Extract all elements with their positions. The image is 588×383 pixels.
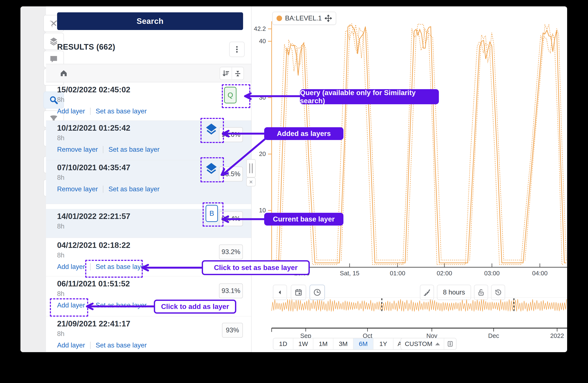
- move-icon[interactable]: [325, 15, 332, 22]
- add-layer-highlight-box: [50, 298, 88, 317]
- history-button[interactable]: [491, 285, 505, 300]
- link-divider: [103, 146, 103, 153]
- panel-close-button[interactable]: ×: [246, 177, 256, 186]
- annotation-click-set-base: Click to set as base layer: [202, 260, 310, 275]
- home-icon[interactable]: [59, 69, 68, 78]
- set-as-base-layer-link[interactable]: Set as base layer: [108, 146, 160, 153]
- range-button-1y[interactable]: 1Y: [374, 338, 394, 349]
- results-menu-button[interactable]: [229, 42, 245, 57]
- sort-desc-icon: [222, 69, 230, 77]
- set-base-highlight-box: [85, 260, 143, 278]
- set-as-base-layer-link[interactable]: Set as base layer: [96, 107, 147, 115]
- link-divider: [103, 186, 103, 193]
- result-date: 04/12/2021 02:18:22: [57, 241, 130, 250]
- panel-drag-handle[interactable]: [246, 159, 256, 177]
- duration-button[interactable]: 8 hours: [437, 285, 471, 300]
- result-row[interactable]: 21/09/2021 22:41:178hAdd layerSet as bas…: [46, 316, 252, 352]
- result-date: 07/10/2021 04:35:47: [57, 163, 130, 172]
- custom-range-label: CUSTOM: [405, 340, 432, 347]
- search-button[interactable]: Search: [57, 12, 243, 30]
- layer2-highlight-box: [200, 118, 224, 143]
- layer3-highlight-box: [200, 157, 224, 182]
- screenshot-stage: ÷×− Search RESULTS (662) 15/02/2022 02:4…: [0, 0, 588, 383]
- clock-icon: [313, 288, 321, 297]
- series-color-dot: [276, 16, 282, 21]
- add-layer-link[interactable]: Add layer: [57, 107, 85, 115]
- interpolation-icon: [423, 288, 431, 297]
- result-date: 10/12/2021 01:25:42: [57, 124, 130, 133]
- result-duration: 8h: [57, 251, 64, 259]
- result-row[interactable]: 15/02/2022 02:45:028hAdd layerSet as bas…: [46, 82, 252, 121]
- lock-open-button[interactable]: [474, 285, 488, 300]
- result-date: 06/11/2021 01:51:52: [57, 279, 130, 288]
- svg-text:−: −: [51, 25, 53, 28]
- result-duration: 8h: [57, 174, 64, 181]
- interpolation-button[interactable]: [420, 285, 434, 300]
- remove-layer-link[interactable]: Remove layer: [57, 146, 98, 153]
- x-tick-label: 04:00: [532, 270, 548, 277]
- home-icon: [59, 69, 68, 77]
- set-as-base-layer-link[interactable]: Set as base layer: [108, 185, 160, 193]
- expand-icon: [446, 340, 454, 347]
- series-name: BA:LEVEL.1: [285, 15, 322, 22]
- move-icon: [325, 15, 332, 22]
- similarity-score-badge: 93.1%: [219, 283, 243, 298]
- annotation-current-base: Current base layer: [264, 213, 343, 226]
- result-date: 14/01/2022 22:21:57: [57, 212, 130, 221]
- remove-layer-link[interactable]: Remove layer: [57, 185, 98, 193]
- calendar-button[interactable]: [291, 285, 306, 300]
- fit-range-button[interactable]: [444, 338, 456, 349]
- comment-icon: [49, 55, 58, 64]
- x-tick-label: 02:00: [437, 270, 452, 277]
- annotation-query: Query (available only for Similarity sea…: [300, 89, 439, 104]
- results-header: RESULTS (662): [57, 42, 115, 52]
- calendar-icon: [294, 288, 303, 297]
- clock-button[interactable]: [310, 285, 325, 300]
- result-duration: 8h: [57, 96, 64, 104]
- similarity-score-badge: 93.2%: [219, 245, 243, 259]
- kebab-icon: [233, 45, 241, 54]
- base-highlight-box: [203, 202, 224, 227]
- result-duration: 8h: [57, 330, 64, 338]
- link-divider: [90, 302, 90, 309]
- chevron-left-icon: [276, 289, 284, 296]
- result-duration: 8h: [57, 134, 64, 142]
- result-duration: 8h: [57, 223, 64, 230]
- custom-range-button[interactable]: CUSTOM: [401, 338, 444, 349]
- x-tick-label: 03:00: [484, 270, 500, 277]
- timeline-month-label: 2022: [550, 332, 564, 339]
- add-layer-link[interactable]: Add layer: [57, 263, 85, 271]
- add-layer-link[interactable]: Add layer: [57, 342, 85, 349]
- range-button-1m[interactable]: 1M: [313, 338, 334, 349]
- range-button-1d[interactable]: 1D: [273, 338, 293, 349]
- range-button-1w[interactable]: 1W: [293, 338, 313, 349]
- duration-label: 8 hours: [443, 288, 465, 296]
- collapse-icon: [234, 69, 242, 77]
- sort-descending-button[interactable]: [220, 67, 231, 79]
- annotation-click-add-layer: Click to add as layer: [154, 300, 236, 314]
- set-as-base-layer-link[interactable]: Set as base layer: [96, 302, 147, 309]
- result-duration: 8h: [57, 290, 64, 298]
- range-button-group: 1D1W1M3M6M1YALL: [273, 338, 414, 350]
- step-back-button[interactable]: [273, 285, 287, 300]
- annotation-added-layers: Added as layers: [264, 127, 343, 140]
- result-date: 15/02/2022 02:45:02: [57, 85, 130, 94]
- y-tick-label: 42.2: [247, 25, 266, 32]
- svg-text:÷: ÷: [50, 19, 51, 22]
- caret-up-icon: [435, 343, 440, 345]
- link-divider: [90, 342, 90, 349]
- history-icon: [494, 288, 502, 296]
- lock-open-icon: [477, 288, 485, 296]
- range-button-3m[interactable]: 3M: [334, 338, 354, 349]
- set-as-base-layer-link[interactable]: Set as base layer: [96, 342, 147, 349]
- results-toolbar: [46, 64, 252, 82]
- range-button-6m[interactable]: 6M: [354, 338, 374, 349]
- collapse-list-button[interactable]: [231, 67, 244, 79]
- y-tick-label: 30: [247, 94, 266, 101]
- timeline-month-label: Dec: [488, 332, 499, 339]
- y-tick-label: 20: [247, 151, 266, 157]
- x-tick-label: 01:00: [390, 270, 405, 277]
- x-tick-label: Sat, 15: [340, 270, 359, 277]
- link-divider: [90, 108, 90, 115]
- legend-chip[interactable]: BA:LEVEL.1: [272, 12, 336, 25]
